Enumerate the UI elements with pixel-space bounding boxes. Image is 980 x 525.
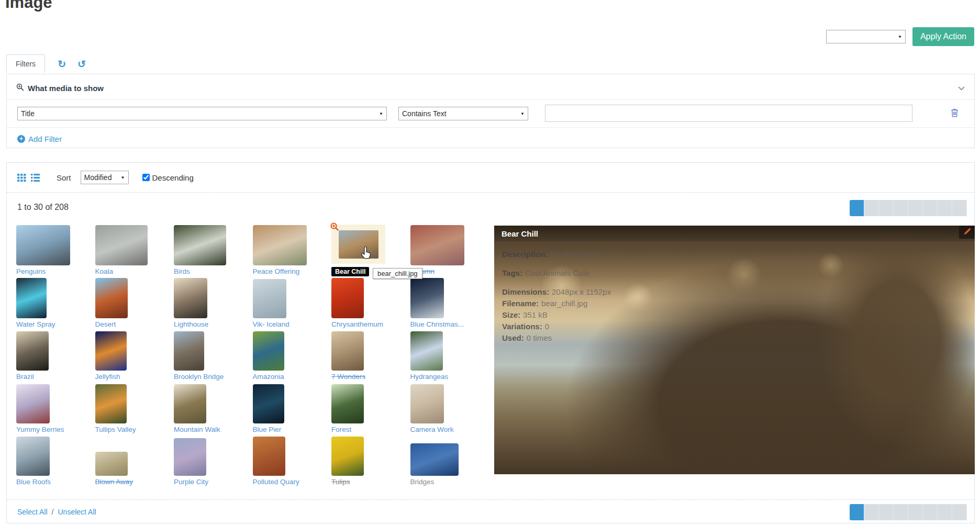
media-item[interactable]: Camera Work: [410, 383, 489, 435]
thumbnail-image[interactable]: [331, 384, 364, 423]
thumbnail-image[interactable]: [174, 384, 206, 423]
page-button[interactable]: [864, 200, 879, 216]
page-button[interactable]: [879, 200, 894, 216]
filter-operator-select[interactable]: Contains Text: [398, 107, 528, 120]
media-title[interactable]: Purple City: [174, 478, 253, 486]
media-title[interactable]: Chrysanthemum: [331, 320, 410, 328]
grid-view-icon[interactable]: [17, 174, 26, 182]
thumbnail-image[interactable]: [16, 437, 50, 476]
media-item[interactable]: Tullips Valley: [95, 383, 174, 435]
bulk-action-select[interactable]: [826, 30, 906, 43]
thumbnail-image[interactable]: [253, 384, 284, 423]
page-button[interactable]: [894, 200, 908, 216]
media-item[interactable]: Brooklyn Bridge: [174, 330, 253, 383]
media-title[interactable]: Amazonia: [253, 373, 332, 381]
media-item[interactable]: Forest: [331, 383, 410, 435]
media-item[interactable]: Desert: [95, 277, 174, 330]
media-title[interactable]: Desert: [95, 320, 174, 328]
page-button[interactable]: [864, 504, 879, 520]
media-item[interactable]: Bear Chill bear_chill.jpg: [331, 225, 410, 277]
thumbnail-image[interactable]: [95, 278, 128, 318]
page-button[interactable]: [923, 504, 938, 520]
media-title[interactable]: Polluted Quary: [253, 478, 332, 486]
media-title[interactable]: Peace Offering: [253, 267, 332, 275]
page-button[interactable]: [952, 504, 967, 520]
media-title[interactable]: Brooklyn Bridge: [174, 373, 253, 381]
media-item[interactable]: Purple City: [174, 435, 253, 488]
page-button[interactable]: [894, 504, 908, 520]
thumbnail-image[interactable]: [174, 438, 206, 476]
media-item[interactable]: Brazil: [16, 330, 95, 383]
thumbnail-image[interactable]: [95, 331, 127, 371]
media-title[interactable]: Forest: [331, 426, 410, 433]
thumbnail-image[interactable]: [253, 225, 307, 265]
thumbnail-image[interactable]: [95, 225, 148, 265]
media-item[interactable]: Koala: [95, 225, 174, 277]
media-item[interactable]: Hydrangeas: [410, 330, 489, 383]
media-title[interactable]: Blown Away: [95, 478, 174, 486]
descending-checkbox[interactable]: [142, 174, 150, 181]
media-item[interactable]: Jellyfish: [95, 330, 174, 383]
page-button[interactable]: [908, 504, 923, 520]
list-view-icon[interactable]: [31, 174, 40, 182]
media-item[interactable]: Polluted Quary: [253, 435, 332, 488]
media-item[interactable]: 7 Wonders: [331, 330, 410, 383]
media-title[interactable]: Penguins: [16, 267, 95, 275]
media-item[interactable]: Bridges: [410, 435, 489, 488]
thumbnail-image[interactable]: [16, 384, 50, 423]
unselect-all-link[interactable]: Unselect All: [58, 508, 96, 516]
apply-action-button[interactable]: Apply Action: [912, 27, 974, 46]
thumbnail-image[interactable]: [253, 437, 285, 476]
thumbnail-image[interactable]: [174, 331, 204, 371]
filter-field-select[interactable]: Title: [17, 107, 387, 120]
thumbnail-image[interactable]: [174, 278, 207, 318]
media-title[interactable]: Blue Roofs: [16, 478, 95, 486]
media-title[interactable]: Water Spray: [16, 320, 95, 328]
thumbnail-image[interactable]: [410, 443, 459, 476]
media-title[interactable]: Birds: [174, 267, 253, 275]
page-button[interactable]: [952, 200, 967, 216]
page-button[interactable]: [850, 200, 864, 216]
add-filter-link[interactable]: + Add Filter: [17, 135, 62, 143]
media-title[interactable]: 7 Wonders: [331, 373, 410, 381]
thumbnail-image[interactable]: [331, 331, 364, 371]
media-item[interactable]: Mountain Walk: [174, 383, 253, 435]
thumbnail-image[interactable]: [16, 278, 47, 318]
media-title[interactable]: Blue Pier: [253, 426, 332, 433]
chevron-down-icon[interactable]: [958, 83, 965, 93]
media-item[interactable]: Tulips: [331, 435, 410, 488]
page-button[interactable]: [850, 504, 864, 520]
media-item[interactable]: Vik- Iceland: [253, 277, 332, 330]
trash-icon[interactable]: [950, 107, 960, 120]
thumbnail-image[interactable]: [95, 384, 127, 423]
media-title[interactable]: Jellyfish: [95, 373, 174, 381]
thumbnail-image[interactable]: [253, 331, 284, 371]
media-title[interactable]: Blue Christmas...: [410, 320, 489, 328]
media-item[interactable]: Peace Offering: [253, 225, 332, 277]
thumbnail-image[interactable]: [253, 279, 286, 318]
sort-select[interactable]: Modified: [81, 171, 129, 184]
media-title[interactable]: Tulips: [331, 478, 410, 486]
reset-icon[interactable]: ↺: [77, 59, 86, 69]
thumbnail-image[interactable]: [410, 384, 444, 423]
thumbnail-image[interactable]: [95, 452, 128, 476]
thumbnail-image[interactable]: [410, 278, 444, 318]
media-item[interactable]: Blue Pier: [253, 383, 332, 435]
thumbnail-image[interactable]: [16, 331, 49, 371]
media-item[interactable]: Amazonia: [253, 330, 332, 383]
media-item[interactable]: Blue Christmas...: [410, 277, 489, 330]
media-item[interactable]: Lighthouse: [174, 277, 253, 330]
thumbnail-image[interactable]: [410, 225, 464, 265]
page-button[interactable]: [938, 200, 952, 216]
media-item[interactable]: Yummy Berries: [16, 383, 95, 435]
media-title[interactable]: Bear Chill: [331, 267, 369, 276]
media-item[interactable]: Penguins: [16, 225, 95, 277]
media-title[interactable]: Brazil: [16, 373, 95, 381]
page-button[interactable]: [938, 504, 952, 520]
select-all-link[interactable]: Select All: [17, 508, 48, 516]
page-button[interactable]: [908, 200, 923, 216]
tab-filters[interactable]: Filters: [6, 54, 45, 73]
thumbnail-image[interactable]: [16, 225, 70, 265]
media-title[interactable]: Hydrangeas: [410, 373, 489, 381]
media-item[interactable]: Blown Away: [95, 435, 174, 488]
